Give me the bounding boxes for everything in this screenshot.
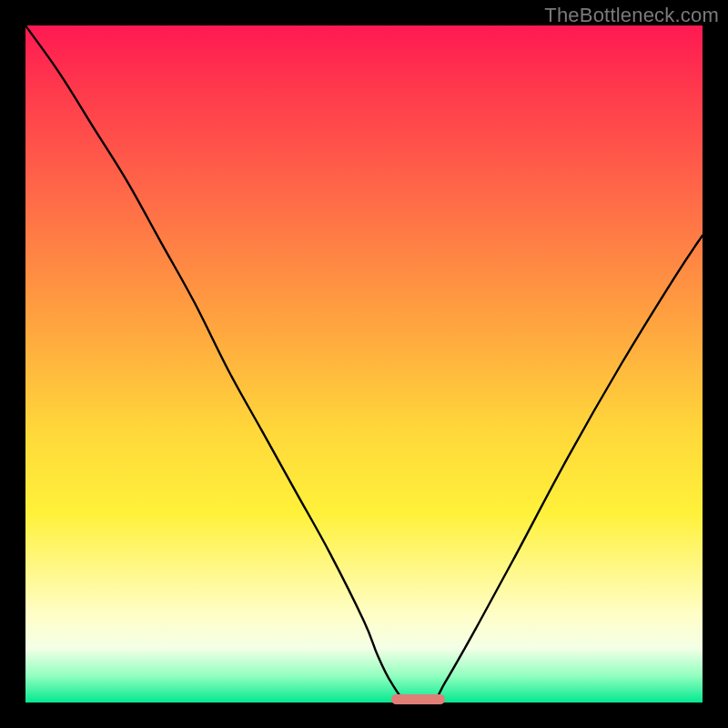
curve-path [25,25,703,703]
bottleneck-curve [25,25,703,703]
chart-plot-area [25,25,703,703]
watermark-text: TheBottleneck.com [544,4,719,27]
min-marker [391,694,446,704]
